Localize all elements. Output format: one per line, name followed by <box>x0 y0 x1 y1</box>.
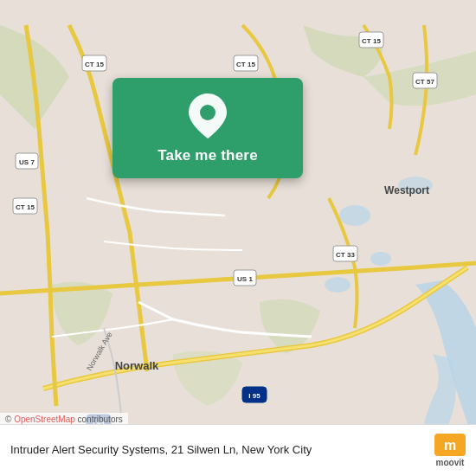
moovit-brand-text: moovit <box>436 458 465 467</box>
svg-text:CT 15: CT 15 <box>362 37 381 45</box>
svg-point-3 <box>325 277 351 293</box>
cta-overlay[interactable]: Take me there <box>113 78 303 178</box>
svg-text:Norwalk: Norwalk <box>115 359 159 372</box>
svg-text:CT 33: CT 33 <box>336 251 355 259</box>
svg-text:CT 15: CT 15 <box>16 203 35 211</box>
moovit-m-icon: m <box>438 436 462 453</box>
svg-text:CT 15: CT 15 <box>85 61 104 68</box>
address-text: Intruder Alert Security Systems, 21 Silw… <box>10 442 426 458</box>
svg-point-28 <box>200 105 215 120</box>
svg-text:CT 15: CT 15 <box>236 61 255 68</box>
copyright-text: © OpenStreetMap contributors <box>5 415 123 424</box>
svg-point-2 <box>370 252 391 266</box>
location-pin-icon <box>189 93 227 138</box>
moovit-icon: m <box>434 434 466 456</box>
svg-text:I 95: I 95 <box>248 392 261 400</box>
svg-text:Westport: Westport <box>384 184 429 196</box>
svg-text:US 7: US 7 <box>19 158 35 166</box>
osm-link[interactable]: OpenStreetMap <box>14 415 75 424</box>
svg-point-1 <box>339 205 370 226</box>
svg-text:US 1: US 1 <box>237 275 253 283</box>
svg-text:m: m <box>444 438 456 453</box>
svg-text:CT 57: CT 57 <box>415 78 434 86</box>
moovit-logo: m moovit <box>434 434 466 467</box>
bottom-bar: Intruder Alert Security Systems, 21 Silw… <box>0 424 476 476</box>
map-background: US 7 US 1 CT 15 CT 15 CT 15 CT 15 CT 33 … <box>0 0 476 476</box>
take-me-there-button[interactable]: Take me there <box>158 147 258 164</box>
map-container: US 7 US 1 CT 15 CT 15 CT 15 CT 15 CT 33 … <box>0 0 476 476</box>
